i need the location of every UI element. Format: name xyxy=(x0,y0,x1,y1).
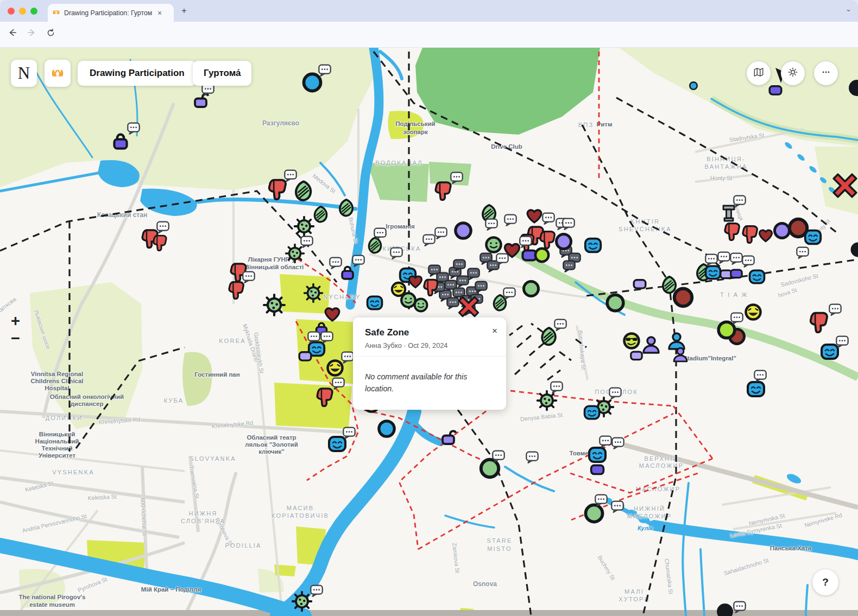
new-tab-button[interactable]: + xyxy=(181,5,187,16)
browser-tab[interactable]: Drawing Participation: Гуртом × xyxy=(48,4,174,22)
comment-bubble-icon[interactable] xyxy=(828,303,843,318)
zoom-out-button[interactable]: − xyxy=(11,330,20,346)
partner-logo-n[interactable]: N xyxy=(11,60,37,87)
comment-bubble-icon[interactable] xyxy=(553,318,568,333)
map-marker-lock-o[interactable] xyxy=(439,427,460,449)
window-close-button[interactable] xyxy=(8,8,15,15)
map-marker-sm-blue[interactable] xyxy=(365,293,384,313)
map-marker-sm-blue[interactable] xyxy=(747,267,767,287)
red-dashed-annotation[interactable] xyxy=(673,406,712,459)
comment-bubble-icon[interactable] xyxy=(484,218,499,233)
comment-bubble-icon[interactable] xyxy=(608,386,623,402)
comment-bubble-icon[interactable] xyxy=(307,331,321,346)
black-dashed-annotation[interactable] xyxy=(540,355,555,368)
map-marker-x[interactable] xyxy=(831,172,858,200)
comment-bubble-icon[interactable] xyxy=(300,235,314,250)
comment-bubble-icon[interactable] xyxy=(310,584,324,599)
map-marker-ci-blue[interactable] xyxy=(375,417,398,440)
comment-bubble-icon[interactable] xyxy=(503,213,518,228)
brightness-toggle-button[interactable] xyxy=(781,61,805,85)
hands-logo-button[interactable] xyxy=(45,60,71,87)
tab-search-chevron-icon[interactable]: ⌄ xyxy=(846,5,851,13)
comment-bubble-icon[interactable] xyxy=(331,377,346,392)
black-dashed-annotation[interactable] xyxy=(576,339,586,347)
comment-bubble-icon[interactable] xyxy=(156,220,171,236)
language-toggle-button[interactable]: Гуртома́ xyxy=(193,61,251,86)
comment-bubble-icon[interactable] xyxy=(610,500,625,515)
comment-bubble-icon[interactable] xyxy=(342,426,357,441)
map-marker-rect[interactable] xyxy=(587,459,608,480)
black-dashed-annotation[interactable] xyxy=(458,410,531,616)
dense-comment-cluster-bubble[interactable] xyxy=(466,267,481,282)
comment-bubble-icon[interactable] xyxy=(733,194,747,209)
black-dashed-annotation[interactable] xyxy=(517,335,531,347)
comment-bubble-icon[interactable] xyxy=(450,171,464,186)
map-marker-rect-lav[interactable] xyxy=(295,346,315,366)
comment-bubble-icon[interactable] xyxy=(611,436,626,452)
comment-bubble-icon[interactable] xyxy=(329,256,343,271)
back-button[interactable] xyxy=(5,28,20,42)
comment-bubble-icon[interactable] xyxy=(491,449,506,465)
comment-bubble-icon[interactable] xyxy=(730,312,745,327)
map-marker-ci-blue[interactable] xyxy=(688,80,699,91)
black-dashed-annotation[interactable] xyxy=(644,347,676,613)
comment-bubble-icon[interactable] xyxy=(127,122,141,137)
map-marker-rect-lav[interactable] xyxy=(630,274,649,294)
map-marker-virus[interactable] xyxy=(262,293,287,317)
black-dashed-annotation[interactable] xyxy=(559,352,571,360)
comment-bubble-icon[interactable] xyxy=(389,246,404,262)
map-marker-ci-purple[interactable] xyxy=(452,219,475,242)
app-title-button[interactable]: Drawing Participation xyxy=(78,61,197,86)
comment-bubble-icon[interactable] xyxy=(318,63,332,79)
map-marker-thumb[interactable] xyxy=(152,233,170,251)
comment-bubble-icon[interactable] xyxy=(541,212,556,227)
map-canvas[interactable]: РазгуляєвоКозацький станVinnitsa Regiona… xyxy=(0,48,858,616)
map-marker-sm-blue[interactable] xyxy=(583,235,603,256)
forward-button[interactable] xyxy=(24,28,39,42)
comment-bubble-icon[interactable] xyxy=(283,169,298,184)
map-marker-sm-green[interactable] xyxy=(412,296,430,314)
map-marker-ci-dark[interactable] xyxy=(848,240,858,259)
comment-bubble-icon[interactable] xyxy=(733,600,747,615)
map-marker-person-p[interactable] xyxy=(671,346,690,364)
map-marker-x[interactable] xyxy=(457,295,481,319)
map-marker-rect-lav[interactable] xyxy=(627,346,646,365)
comment-bubble-icon[interactable] xyxy=(562,217,576,232)
black-dashed-annotation[interactable] xyxy=(76,347,185,448)
dense-comment-cluster-bubble[interactable] xyxy=(474,280,489,295)
comment-bubble-icon[interactable] xyxy=(351,254,366,269)
comment-bubble-icon[interactable] xyxy=(741,255,756,270)
comment-bubble-icon[interactable] xyxy=(495,252,510,268)
comment-bubble-icon[interactable] xyxy=(525,450,540,466)
map-marker-sm-blue[interactable] xyxy=(582,403,602,422)
map-marker-heart[interactable] xyxy=(756,225,775,245)
comment-bubble-icon[interactable] xyxy=(753,369,768,384)
comment-bubble-icon[interactable] xyxy=(519,235,533,250)
map-marker-ci-green[interactable] xyxy=(520,278,542,300)
map-marker-ci-dark[interactable] xyxy=(846,77,858,99)
tab-close-icon[interactable]: × xyxy=(157,9,162,17)
comment-bubble-icon[interactable] xyxy=(320,331,335,346)
popup-close-icon[interactable]: × xyxy=(492,326,497,335)
comment-bubble-icon[interactable] xyxy=(594,493,609,509)
black-dashed-annotation[interactable] xyxy=(509,326,522,335)
comment-bubble-icon[interactable] xyxy=(550,380,564,396)
map-marker-ci-lime[interactable] xyxy=(532,245,552,265)
comment-bubble-icon[interactable] xyxy=(434,226,449,242)
black-dashed-annotation[interactable] xyxy=(515,363,528,374)
window-minimize-button[interactable] xyxy=(19,8,26,15)
comment-bubble-icon[interactable] xyxy=(502,287,517,302)
map-marker-sm-yel[interactable] xyxy=(742,301,764,323)
map-marker-virus[interactable] xyxy=(302,282,324,304)
map-marker-heart[interactable] xyxy=(321,303,343,325)
black-dashed-annotation[interactable] xyxy=(547,370,560,380)
window-zoom-button[interactable] xyxy=(30,8,37,15)
map-marker-ci-purple[interactable] xyxy=(553,231,575,252)
help-button[interactable]: ? xyxy=(812,569,838,595)
dense-comment-cluster-bubble[interactable] xyxy=(562,259,577,275)
dense-comment-cluster-bubble[interactable] xyxy=(452,258,467,274)
reload-button[interactable] xyxy=(43,28,58,42)
comment-bubble-icon[interactable] xyxy=(796,246,810,261)
comment-bubble-icon[interactable] xyxy=(373,227,388,242)
map-marker-virus[interactable] xyxy=(293,215,316,238)
